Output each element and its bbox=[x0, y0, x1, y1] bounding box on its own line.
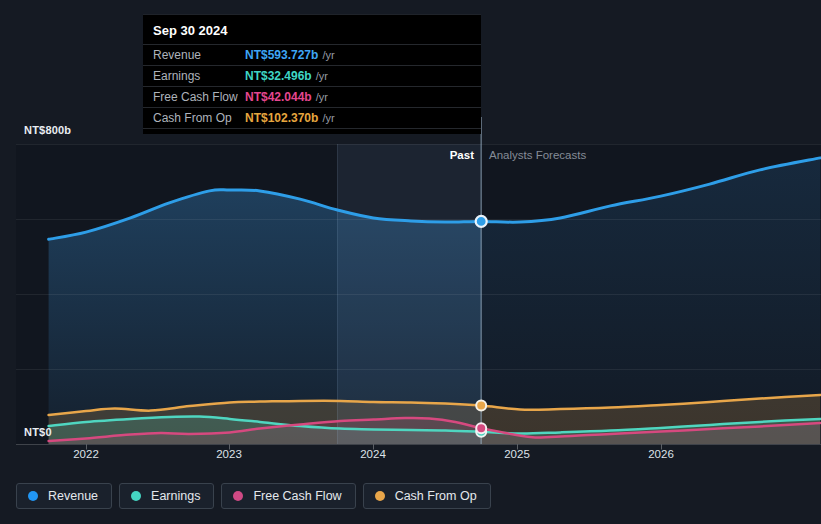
tooltip-label: Earnings bbox=[153, 69, 245, 83]
legend-button-free-cash-flow[interactable]: Free Cash Flow bbox=[221, 483, 355, 509]
x-tick-2023: 2023 bbox=[207, 448, 251, 460]
legend-label: Cash From Op bbox=[395, 489, 477, 503]
revenue-dot-icon bbox=[28, 491, 38, 501]
cash-from-op-dot-icon bbox=[375, 491, 385, 501]
tooltip-suffix: /yr bbox=[316, 91, 328, 103]
tooltip-value: NT$42.044b bbox=[245, 90, 312, 104]
tooltip-row-revenue: Revenue NT$593.727b /yr bbox=[143, 44, 481, 65]
x-tick-2026: 2026 bbox=[639, 448, 683, 460]
tooltip-label: Cash From Op bbox=[153, 111, 245, 125]
legend-button-revenue[interactable]: Revenue bbox=[16, 483, 112, 509]
legend-button-cash-from-op[interactable]: Cash From Op bbox=[363, 483, 491, 509]
earnings-dot-icon bbox=[131, 491, 141, 501]
legend-label: Revenue bbox=[48, 489, 98, 503]
x-tick-2025: 2025 bbox=[495, 448, 539, 460]
y-axis-label-top: NT$800b bbox=[24, 124, 71, 136]
tooltip-suffix: /yr bbox=[322, 49, 334, 61]
legend-label: Free Cash Flow bbox=[253, 489, 341, 503]
forecast-section-label: Analysts Forecasts bbox=[489, 149, 586, 161]
tooltip-label: Revenue bbox=[153, 48, 245, 62]
cashop-marker[interactable] bbox=[476, 401, 486, 411]
tooltip-row-free-cash-flow: Free Cash Flow NT$42.044b /yr bbox=[143, 86, 481, 107]
legend-label: Earnings bbox=[151, 489, 200, 503]
x-tick-2024: 2024 bbox=[351, 448, 395, 460]
free-cash-flow-dot-icon bbox=[233, 491, 243, 501]
revenue-marker[interactable] bbox=[476, 216, 487, 227]
earnings-revenue-growth-chart: NT$800b NT$0 2022 2023 2024 2025 2026 Pa… bbox=[0, 0, 821, 524]
tooltip-value: NT$102.370b bbox=[245, 111, 318, 125]
tooltip-suffix: /yr bbox=[316, 70, 328, 82]
tooltip-bottom-edge bbox=[143, 128, 481, 134]
chart-legend: Revenue Earnings Free Cash Flow Cash Fro… bbox=[16, 483, 491, 509]
tooltip-row-cash-from-op: Cash From Op NT$102.370b /yr bbox=[143, 107, 481, 128]
tooltip-value: NT$593.727b bbox=[245, 48, 318, 62]
legend-button-earnings[interactable]: Earnings bbox=[119, 483, 214, 509]
fcf-marker[interactable] bbox=[476, 423, 486, 433]
past-section-label: Past bbox=[394, 149, 474, 161]
x-tick-2022: 2022 bbox=[64, 448, 108, 460]
tooltip-value: NT$32.496b bbox=[245, 69, 312, 83]
y-axis-label-zero: NT$0 bbox=[24, 426, 52, 438]
hover-tooltip: Sep 30 2024 Revenue NT$593.727b /yr Earn… bbox=[143, 14, 481, 134]
tooltip-row-earnings: Earnings NT$32.496b /yr bbox=[143, 65, 481, 86]
tooltip-label: Free Cash Flow bbox=[153, 90, 245, 104]
tooltip-date: Sep 30 2024 bbox=[143, 15, 481, 44]
tooltip-suffix: /yr bbox=[322, 112, 334, 124]
